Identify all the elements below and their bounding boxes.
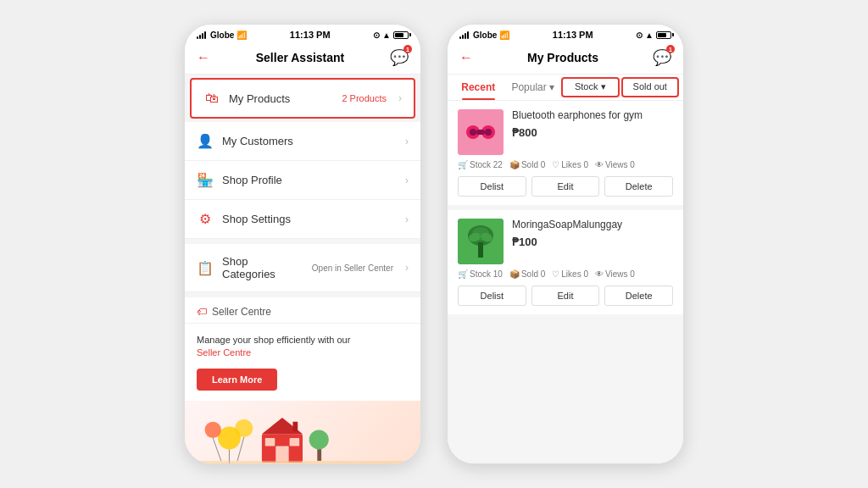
seller-centre-section: 🏷 Seller Centre bbox=[185, 297, 420, 324]
carrier-label: Globe bbox=[210, 30, 234, 40]
app-header-right: ← My Products 💬 1 bbox=[448, 43, 683, 75]
delete-button-1[interactable]: Delete bbox=[604, 176, 673, 197]
chat-icon[interactable]: 💬 1 bbox=[390, 48, 409, 67]
status-left-right: Globe 📶 bbox=[459, 30, 509, 40]
banner-text: Manage your shop efficiently with our Se… bbox=[197, 334, 409, 360]
menu-item-customers[interactable]: 👤 My Customers › bbox=[185, 122, 420, 161]
menu-item-shop-settings[interactable]: ⚙ Shop Settings › bbox=[185, 200, 420, 239]
menu-list: 🛍 My Products 2 Products › 👤 My Customer… bbox=[185, 75, 420, 463]
location-icon: ⊙ bbox=[373, 30, 380, 40]
status-bar-right: Globe 📶 11:13 PM ⊙ ▲ bbox=[448, 25, 683, 43]
status-left: Globe 📶 bbox=[197, 30, 247, 40]
header-title-left: Seller Assistant bbox=[256, 51, 345, 64]
svg-point-8 bbox=[235, 419, 253, 437]
product-actions-1: Delist Edit Delete bbox=[458, 176, 673, 197]
product-card-2: MoringaSoapMalunggay ₱100 🛒 Stock 10 📦 S… bbox=[448, 210, 683, 314]
battery-icon-right bbox=[656, 31, 671, 39]
arrow-categories: › bbox=[405, 262, 409, 274]
shop-profile-icon: 🏪 bbox=[197, 172, 214, 188]
product-price-1: ₱800 bbox=[512, 126, 673, 139]
svg-point-7 bbox=[205, 422, 221, 438]
products-list: Bluetooth earphones for gym ₱800 🛒 Stock… bbox=[448, 101, 683, 463]
arrow-customers: › bbox=[405, 136, 409, 147]
tab-recent[interactable]: Recent bbox=[451, 75, 506, 100]
menu-label-products: My Products bbox=[229, 92, 333, 105]
chat-badge-right: 1 bbox=[666, 45, 675, 53]
likes-stat-1: ♡ Likes 0 bbox=[552, 160, 588, 169]
product-card-1: Bluetooth earphones for gym ₱800 🛒 Stock… bbox=[448, 101, 683, 205]
delete-button-2[interactable]: Delete bbox=[604, 286, 673, 306]
categories-icon: 📋 bbox=[197, 260, 214, 276]
svg-rect-3 bbox=[265, 438, 275, 446]
product-name-2: MoringaSoapMalunggay bbox=[512, 219, 673, 232]
product-actions-2: Delist Edit Delete bbox=[458, 286, 673, 306]
tab-popular[interactable]: Popular ▾ bbox=[506, 75, 561, 100]
chat-badge: 1 bbox=[403, 45, 412, 53]
menu-label-categories: Shop Categories bbox=[222, 255, 303, 280]
svg-point-13 bbox=[309, 430, 329, 449]
views-stat-2: 👁 Views 0 bbox=[595, 269, 635, 279]
svg-rect-14 bbox=[197, 461, 409, 463]
arrow-products: › bbox=[398, 92, 402, 104]
right-phone: Globe 📶 11:13 PM ⊙ ▲ ← My Products 💬 1 R… bbox=[447, 24, 684, 464]
svg-rect-4 bbox=[290, 438, 300, 446]
tab-stock[interactable]: Stock ▾ bbox=[561, 77, 620, 97]
status-right: ⊙ ▲ bbox=[373, 30, 409, 40]
seller-banner: Manage your shop efficiently with our Se… bbox=[185, 324, 420, 401]
edit-button-2[interactable]: Edit bbox=[531, 286, 600, 306]
tabs-row: Recent Popular ▾ Stock ▾ Sold out bbox=[448, 75, 683, 101]
menu-item-my-products[interactable]: 🛍 My Products 2 Products › bbox=[190, 78, 415, 119]
svg-rect-5 bbox=[292, 422, 298, 432]
seller-centre-icon: 🏷 bbox=[197, 306, 207, 318]
settings-icon: ⚙ bbox=[197, 211, 214, 227]
header-title-right: My Products bbox=[527, 51, 598, 64]
edit-button-1[interactable]: Edit bbox=[531, 176, 600, 197]
product-thumb-1 bbox=[458, 109, 504, 155]
seller-centre-link[interactable]: Seller Centre bbox=[197, 347, 251, 358]
likes-stat-2: ♡ Likes 0 bbox=[552, 269, 588, 279]
menu-item-shop-profile[interactable]: 🏪 Shop Profile › bbox=[185, 161, 420, 200]
left-phone: Globe 📶 11:13 PM ⊙ ▲ ← Seller Assistant … bbox=[184, 24, 421, 464]
tab-sold-out[interactable]: Sold out bbox=[621, 77, 680, 97]
signal-icon-right bbox=[459, 31, 469, 39]
menu-label-settings: Shop Settings bbox=[222, 213, 397, 225]
status-bar-left: Globe 📶 11:13 PM ⊙ ▲ bbox=[185, 25, 420, 43]
svg-rect-18 bbox=[476, 130, 485, 135]
products-count: 2 Products bbox=[342, 93, 387, 103]
product-thumb-2 bbox=[458, 219, 504, 264]
products-icon: 🛍 bbox=[203, 91, 220, 106]
svg-point-20 bbox=[485, 129, 492, 136]
seller-centre-text: Seller Centre bbox=[212, 306, 271, 318]
sold-stat-1: 📦 Sold 0 bbox=[509, 160, 545, 169]
menu-label-customers: My Customers bbox=[222, 135, 397, 147]
product-info-2: MoringaSoapMalunggay ₱100 bbox=[512, 219, 673, 248]
categories-value: Open in Seller Center bbox=[312, 263, 393, 273]
menu-label-shop-profile: Shop Profile bbox=[222, 174, 397, 186]
sold-stat-2: 📦 Sold 0 bbox=[509, 269, 545, 279]
battery-icon bbox=[393, 31, 409, 39]
arrow-settings: › bbox=[405, 214, 409, 225]
location-icon-right: ⊙ bbox=[636, 30, 643, 40]
product-top-1: Bluetooth earphones for gym ₱800 bbox=[458, 109, 673, 155]
earphones-svg bbox=[458, 109, 504, 155]
delist-button-2[interactable]: Delist bbox=[458, 286, 526, 306]
back-button-left[interactable]: ← bbox=[197, 50, 210, 65]
learn-more-button[interactable]: Learn More bbox=[197, 369, 277, 391]
house-svg bbox=[197, 404, 409, 463]
svg-rect-2 bbox=[275, 446, 288, 462]
arrow-shop-profile: › bbox=[405, 175, 409, 186]
delist-button-1[interactable]: Delist bbox=[458, 176, 526, 197]
time-left: 11:13 PM bbox=[290, 30, 331, 40]
chat-icon-right[interactable]: 💬 1 bbox=[653, 48, 671, 67]
customers-icon: 👤 bbox=[197, 133, 214, 149]
carrier-label-right: Globe bbox=[473, 30, 497, 40]
product-info-1: Bluetooth earphones for gym ₱800 bbox=[512, 109, 673, 139]
moringa-svg bbox=[458, 219, 504, 264]
svg-rect-23 bbox=[478, 242, 483, 258]
product-stats-1: 🛒 Stock 22 📦 Sold 0 ♡ Likes 0 👁 Views 0 bbox=[458, 160, 673, 169]
wifi-icon: 📶 bbox=[236, 30, 247, 40]
seller-centre-label: 🏷 Seller Centre bbox=[197, 306, 409, 318]
app-header-left: ← Seller Assistant 💬 1 bbox=[185, 43, 420, 75]
menu-item-shop-categories[interactable]: 📋 Shop Categories Open in Seller Center … bbox=[185, 244, 420, 292]
back-button-right[interactable]: ← bbox=[459, 50, 473, 65]
